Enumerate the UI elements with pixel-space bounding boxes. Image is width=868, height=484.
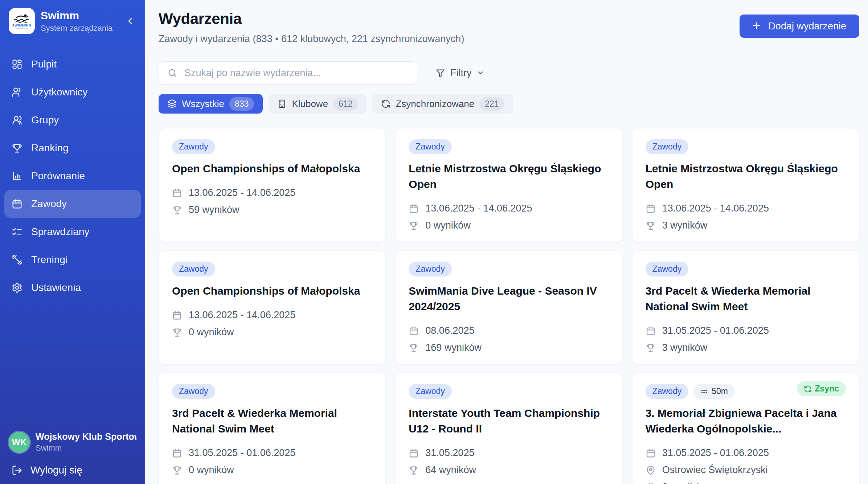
card-meta: 13.06.2025 - 14.06.2025 3 wyników bbox=[646, 203, 846, 231]
trophy-icon bbox=[172, 465, 182, 475]
filters-button[interactable]: Filtry bbox=[435, 67, 484, 79]
map-pin-icon bbox=[646, 465, 656, 475]
event-date-row: 13.06.2025 - 14.06.2025 bbox=[646, 203, 846, 214]
trophy-icon bbox=[172, 205, 182, 215]
trophy-icon bbox=[409, 343, 419, 353]
tab-zsynchronizowane[interactable]: Zsynchronizowane 221 bbox=[372, 94, 513, 114]
checklist-icon bbox=[12, 226, 22, 237]
user-name: Wojskowy Klub Sportowy ... bbox=[36, 431, 136, 442]
event-results: 0 wyników bbox=[189, 464, 234, 476]
card-badges: Zawody bbox=[172, 384, 372, 399]
sidebar-item-uzytkownicy[interactable]: Użytkownicy bbox=[4, 78, 141, 106]
dumbbell-icon bbox=[12, 254, 22, 265]
sidebar-user-section: WK Wojskowy Klub Sportowy ... Swimm Wylo… bbox=[0, 424, 145, 484]
events-grid: Zawody Open Championships of Małopolska … bbox=[159, 128, 859, 484]
event-card[interactable]: Zawody 3rd Pacelt & Wiederka Memorial Na… bbox=[632, 250, 859, 365]
event-date-row: 13.06.2025 - 14.06.2025 bbox=[172, 309, 372, 321]
event-date-row: 13.06.2025 - 14.06.2025 bbox=[172, 187, 372, 198]
event-results: 3 wyników bbox=[662, 481, 708, 484]
event-type-badge: Zawody bbox=[409, 262, 452, 276]
filters-label: Filtry bbox=[450, 67, 471, 79]
brand-title: Swimm bbox=[41, 9, 112, 22]
event-title: 3rd Pacelt & Wiederka Memorial National … bbox=[172, 405, 372, 436]
event-card[interactable]: Zawody Interstate Youth Team Championshi… bbox=[395, 373, 622, 484]
waves-icon bbox=[700, 387, 708, 395]
event-results-row: 59 wyników bbox=[172, 204, 372, 216]
event-card[interactable]: Zawody 3rd Pacelt & Wiederka Memorial Na… bbox=[159, 373, 386, 484]
main-content: Wydarzenia Zawody i wydarzenia (833 • 61… bbox=[145, 0, 868, 484]
logout-button[interactable]: Wyloguj się bbox=[9, 462, 84, 480]
event-card[interactable]: Zawody Open Championships of Małopolska … bbox=[159, 128, 386, 242]
event-card[interactable]: Zawody Open Championships of Małopolska … bbox=[159, 250, 386, 365]
sidebar-item-treningi[interactable]: Treningi bbox=[4, 246, 141, 274]
event-title: Open Championships of Małopolska bbox=[172, 283, 372, 299]
tab-label: Zsynchronizowane bbox=[396, 98, 474, 110]
event-date-row: 31.05.2025 - 01.06.2025 bbox=[172, 447, 372, 459]
event-card[interactable]: Zawody 50m Zsync 3. Memoriał Zbigniewa P… bbox=[632, 373, 859, 484]
sidebar-collapse-button[interactable] bbox=[125, 16, 136, 26]
event-card[interactable]: Zawody Letnie Mistrzostwa Okręgu Śląskie… bbox=[632, 128, 859, 242]
event-results: 3 wyników bbox=[662, 342, 708, 353]
event-date-row: 08.06.2025 bbox=[409, 325, 609, 336]
card-meta: 13.06.2025 - 14.06.2025 59 wyników bbox=[172, 187, 372, 216]
calendar-icon bbox=[172, 188, 182, 198]
tab-wszystkie[interactable]: Wszystkie 833 bbox=[159, 94, 263, 114]
event-results-row: 64 wyników bbox=[409, 464, 609, 476]
event-results: 64 wyników bbox=[425, 464, 476, 476]
event-date: 31.05.2025 - 01.06.2025 bbox=[662, 447, 769, 459]
event-title: Letnie Mistrzostwa Okręgu Śląskiego Open bbox=[409, 161, 609, 192]
event-date-row: 31.05.2025 - 01.06.2025 bbox=[646, 325, 846, 336]
event-type-badge: Zawody bbox=[409, 384, 452, 399]
add-event-button[interactable]: + Dodaj wydarzenie bbox=[740, 15, 859, 38]
event-date: 13.06.2025 - 14.06.2025 bbox=[189, 309, 295, 321]
calendar-icon bbox=[409, 326, 419, 336]
group-icon bbox=[12, 115, 22, 126]
trophy-icon bbox=[12, 143, 22, 153]
dashboard-icon bbox=[12, 59, 22, 70]
sidebar-nav: Pulpit Użytkownicy Grupy Ranking bbox=[0, 50, 145, 424]
tab-count-badge: 612 bbox=[333, 97, 358, 111]
sidebar-item-label: Ustawienia bbox=[31, 282, 81, 294]
page-subtitle: Zawody i wydarzenia (833 • 612 klubowych… bbox=[159, 33, 464, 45]
calendar-icon bbox=[172, 310, 182, 320]
event-title: Open Championships of Małopolska bbox=[172, 161, 372, 176]
sidebar-item-zawody[interactable]: Zawody bbox=[4, 190, 141, 218]
event-card[interactable]: Zawody Letnie Mistrzostwa Okręgu Śląskie… bbox=[395, 128, 622, 242]
sidebar-item-ranking[interactable]: Ranking bbox=[4, 134, 141, 162]
sidebar-item-porownanie[interactable]: Porównanie bbox=[4, 162, 141, 190]
plus-icon: + bbox=[753, 19, 760, 32]
users-icon bbox=[12, 87, 22, 98]
event-date: 31.05.2025 bbox=[425, 447, 474, 459]
brand-subtitle: System zarządzania bbox=[41, 24, 112, 33]
search-box bbox=[159, 61, 417, 85]
event-results-row: 3 wyników bbox=[646, 220, 846, 231]
event-results-row: 0 wyników bbox=[409, 220, 609, 231]
page-title: Wydarzenia bbox=[159, 10, 464, 28]
event-results-row: 3 wyników bbox=[646, 481, 846, 484]
event-date: 13.06.2025 - 14.06.2025 bbox=[189, 187, 295, 198]
swimmer-icon bbox=[13, 13, 30, 23]
sidebar-item-label: Sprawdziany bbox=[31, 226, 89, 238]
gear-icon bbox=[12, 282, 22, 293]
user-profile[interactable]: WK Wojskowy Klub Sportowy ... Swimm bbox=[9, 431, 136, 453]
sidebar-item-ustawienia[interactable]: Ustawienia bbox=[4, 274, 141, 302]
sidebar-item-grupy[interactable]: Grupy bbox=[4, 106, 141, 134]
event-results: 3 wyników bbox=[662, 220, 708, 231]
event-title: Interstate Youth Team Championship U12 -… bbox=[409, 405, 609, 436]
event-date-row: 31.05.2025 - 01.06.2025 bbox=[646, 447, 846, 459]
search-input[interactable] bbox=[159, 61, 417, 85]
sidebar-item-sprawdziany[interactable]: Sprawdziany bbox=[4, 218, 141, 246]
event-results-row: 0 wyników bbox=[172, 327, 372, 338]
event-card[interactable]: Zawody SwimMania Dive League - Season IV… bbox=[395, 250, 622, 365]
user-text: Wojskowy Klub Sportowy ... Swimm bbox=[36, 431, 136, 453]
sidebar-item-label: Ranking bbox=[31, 142, 69, 154]
trophy-icon bbox=[646, 343, 656, 353]
card-badges: Zawody bbox=[172, 139, 372, 154]
sidebar-item-pulpit[interactable]: Pulpit bbox=[4, 50, 141, 78]
chevron-down-icon bbox=[476, 69, 484, 77]
avatar: WK bbox=[9, 432, 30, 453]
sync-status-badge: Zsync bbox=[797, 381, 846, 396]
event-results: 59 wyników bbox=[189, 204, 239, 216]
tab-klubowe[interactable]: Klubowe 612 bbox=[269, 94, 367, 114]
card-badges: Zawody bbox=[646, 262, 846, 276]
